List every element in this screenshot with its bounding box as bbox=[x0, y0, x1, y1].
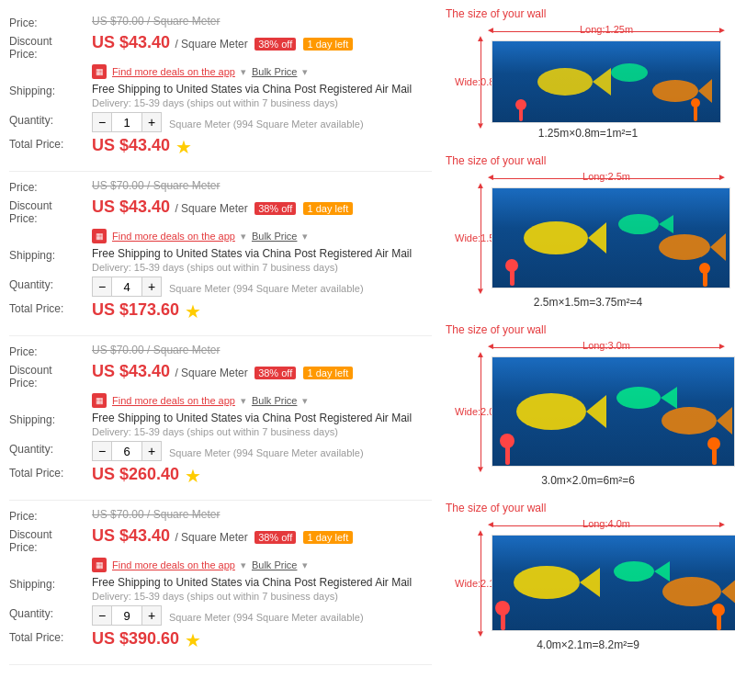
wall-image-4 bbox=[492, 535, 735, 631]
product-section-2: Price: US $70.00 / Square Meter Discount… bbox=[9, 172, 432, 336]
sep-5: ▾ bbox=[241, 395, 246, 407]
total-price-4: US $390.60 bbox=[92, 629, 179, 649]
delivery-text-3: Delivery: 15-39 days (ships out within 7… bbox=[92, 426, 412, 437]
qty-input-2[interactable] bbox=[112, 277, 141, 297]
calc-text-1: 1.25m×0.8m=1m²=1 bbox=[446, 127, 730, 140]
total-price-3: US $260.40 bbox=[92, 465, 179, 484]
deals-spacer-3 bbox=[9, 393, 92, 395]
svg-point-38 bbox=[712, 604, 725, 616]
original-price-1: US $70.00 / Square Meter bbox=[92, 15, 220, 28]
per-unit-4: / Square Meter bbox=[175, 531, 247, 544]
svg-point-21 bbox=[616, 387, 661, 409]
wall-section-4: The size of your wall Long:4.0m Wide:2.1… bbox=[446, 502, 730, 651]
svg-point-28 bbox=[707, 437, 720, 450]
price-row-4: Price: US $70.00 / Square Meter bbox=[9, 508, 432, 523]
right-panel: The size of your wall Long:1.25m Wide:0.… bbox=[441, 0, 735, 673]
svg-point-19 bbox=[516, 393, 586, 430]
discount-row-1: DiscountPrice: US $43.40 / Square Meter … bbox=[9, 33, 432, 61]
fish-svg-3 bbox=[492, 356, 735, 467]
qty-control-1: − + Square Meter (994 Square Meter avail… bbox=[92, 112, 364, 132]
deals-link-2[interactable]: Find more deals on the app bbox=[112, 231, 235, 242]
qty-available-2: Square Meter (994 Square Meter available… bbox=[169, 280, 364, 294]
deals-icon-1: ▦ bbox=[92, 64, 107, 79]
qty-row-3: Quantity: − + Square Meter (994 Square M… bbox=[9, 441, 432, 461]
qty-row-1: Quantity: − + Square Meter (994 Square M… bbox=[9, 112, 432, 132]
svg-point-33 bbox=[662, 577, 721, 606]
price-row-2: Price: US $70.00 / Square Meter bbox=[9, 179, 432, 194]
shipping-content-4: Free Shipping to United States via China… bbox=[92, 576, 412, 602]
qty-input-4[interactable] bbox=[112, 605, 141, 626]
deals-content-1: ▦ Find more deals on the app ▾ Bulk Pric… bbox=[92, 64, 308, 79]
badge-time-4: 1 day left bbox=[303, 531, 354, 544]
svg-point-3 bbox=[652, 80, 698, 102]
discount-price-block-4: US $43.40 / Square Meter 38% off 1 day l… bbox=[92, 526, 353, 546]
svg-point-36 bbox=[495, 601, 510, 615]
qty-control-2: − + Square Meter (994 Square Meter avail… bbox=[92, 277, 364, 297]
deals-icon-4: ▦ bbox=[92, 558, 107, 572]
wall-image-2 bbox=[492, 187, 730, 288]
qty-minus-4[interactable]: − bbox=[92, 605, 112, 626]
qty-minus-1[interactable]: − bbox=[92, 112, 112, 132]
deals-spacer-4 bbox=[9, 558, 92, 559]
qty-input-1[interactable] bbox=[112, 112, 141, 132]
wall-title-3: The size of your wall bbox=[446, 323, 730, 336]
svg-point-8 bbox=[691, 98, 700, 107]
per-unit-1: / Square Meter bbox=[175, 38, 247, 51]
svg-marker-1 bbox=[593, 68, 611, 96]
svg-marker-10 bbox=[588, 222, 606, 254]
bulk-link-4[interactable]: Bulk Price bbox=[252, 559, 298, 570]
qty-plus-1[interactable]: + bbox=[141, 112, 162, 132]
total-label-2: Total Price: bbox=[9, 300, 92, 315]
svg-point-11 bbox=[618, 214, 659, 234]
discount-price-3: US $43.40 bbox=[92, 362, 170, 380]
sep-1: ▾ bbox=[241, 66, 246, 78]
svg-point-31 bbox=[614, 561, 654, 581]
qty-minus-2[interactable]: − bbox=[92, 277, 112, 297]
qty-plus-2[interactable]: + bbox=[141, 277, 162, 297]
qty-available-1: Square Meter (994 Square Meter available… bbox=[169, 116, 364, 130]
badge-off-1: 38% off bbox=[254, 38, 296, 51]
wall-image-3 bbox=[492, 356, 735, 467]
badge-off-2: 38% off bbox=[254, 202, 296, 215]
diagram-wrapper-1: Long:1.25m Wide:0.8m bbox=[492, 40, 721, 123]
qty-label-2: Quantity: bbox=[9, 277, 92, 291]
qty-label-3: Quantity: bbox=[9, 441, 92, 456]
shipping-text-1: Free Shipping to United States via China… bbox=[92, 83, 412, 96]
deals-link-4[interactable]: Find more deals on the app bbox=[112, 559, 235, 570]
long-label-2: Long:2.5m bbox=[582, 171, 630, 182]
qty-plus-4[interactable]: + bbox=[141, 605, 162, 626]
deals-link-3[interactable]: Find more deals on the app bbox=[112, 395, 235, 406]
discount-label-4: DiscountPrice: bbox=[9, 526, 92, 554]
total-row-1: Total Price: US $43.40 ★ bbox=[9, 136, 432, 158]
discount-price-block-1: US $43.40 / Square Meter 38% off 1 day l… bbox=[92, 33, 353, 52]
badge-time-1: 1 day left bbox=[303, 38, 354, 51]
qty-input-3[interactable] bbox=[112, 441, 141, 461]
star-icon-1: ★ bbox=[175, 136, 192, 158]
wall-image-1 bbox=[492, 40, 721, 123]
bulk-link-1[interactable]: Bulk Price bbox=[252, 66, 298, 77]
svg-point-9 bbox=[524, 221, 588, 254]
deals-row-3: ▦ Find more deals on the app ▾ Bulk Pric… bbox=[9, 393, 432, 408]
deals-content-2: ▦ Find more deals on the app ▾ Bulk Pric… bbox=[92, 229, 308, 243]
badge-time-2: 1 day left bbox=[303, 202, 354, 215]
sep-2: ▾ bbox=[302, 66, 308, 78]
svg-point-26 bbox=[500, 434, 514, 448]
deals-link-1[interactable]: Find more deals on the app bbox=[112, 66, 235, 77]
price-label-1: Price: bbox=[9, 15, 92, 29]
bulk-link-3[interactable]: Bulk Price bbox=[252, 395, 298, 406]
wall-section-1: The size of your wall Long:1.25m Wide:0.… bbox=[446, 7, 730, 140]
shipping-label-1: Shipping: bbox=[9, 83, 92, 97]
qty-minus-3[interactable]: − bbox=[92, 441, 112, 461]
total-row-4: Total Price: US $390.60 ★ bbox=[9, 629, 432, 651]
total-row-3: Total Price: US $260.40 ★ bbox=[9, 465, 432, 487]
deals-spacer-1 bbox=[9, 64, 92, 66]
bulk-link-2[interactable]: Bulk Price bbox=[252, 231, 298, 242]
deals-icon-3: ▦ bbox=[92, 393, 107, 408]
shipping-row-3: Shipping: Free Shipping to United States… bbox=[9, 412, 432, 437]
diagram-wrapper-4: Long:4.0m Wide:2.1m bbox=[492, 535, 721, 631]
deals-icon-2: ▦ bbox=[92, 229, 107, 243]
svg-point-18 bbox=[699, 263, 710, 274]
qty-plus-3[interactable]: + bbox=[141, 441, 162, 461]
product-section-1: Price: US $70.00 / Square Meter Discount… bbox=[9, 7, 432, 172]
price-row-1: Price: US $70.00 / Square Meter bbox=[9, 15, 432, 29]
